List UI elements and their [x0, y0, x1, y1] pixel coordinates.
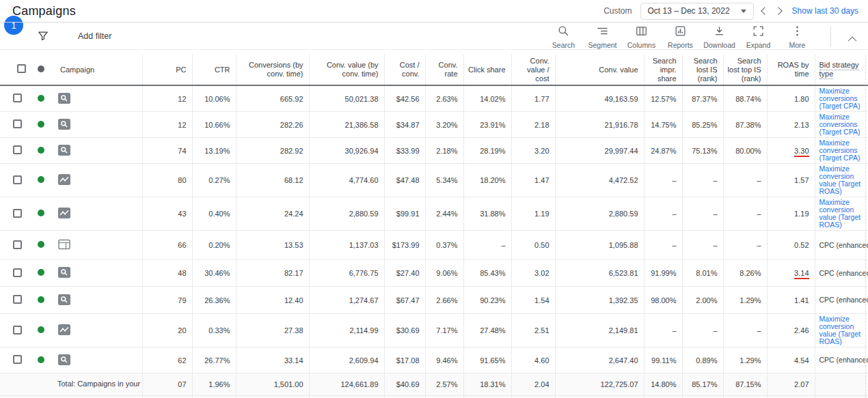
col-pc[interactable]: PC — [142, 55, 192, 85]
metric-cell: 23.91% — [463, 112, 511, 138]
status-cell[interactable] — [30, 85, 52, 112]
campaign-name-cell[interactable] — [77, 85, 142, 112]
bid-strategy-cell[interactable]: Maximize conversions (Target CPA) — [815, 85, 868, 112]
page-title: Campaigns — [0, 4, 76, 18]
bid-strategy-value[interactable]: Maximize conversions (Target CPA) — [819, 139, 860, 162]
tool-reports[interactable]: Reports — [661, 23, 700, 49]
bid-strategy-cell[interactable]: Maximize conversions (Target CPA) — [815, 112, 868, 138]
tool-search[interactable]: Search — [544, 23, 583, 49]
col-search-lost-top-is-rank[interactable]: Search lost top IS (rank) — [723, 55, 767, 85]
campaign-name-cell[interactable] — [77, 347, 142, 373]
metric-cell: 1,274.67 — [309, 287, 384, 314]
bid-strategy-value[interactable]: Maximize conversion value (Target ROAS) — [819, 198, 861, 229]
metric-cell: 31.88% — [463, 197, 511, 231]
tool-segment[interactable]: Segment — [583, 23, 622, 49]
campaign-name-cell[interactable] — [77, 197, 142, 231]
next-period-button[interactable] — [774, 7, 782, 14]
bid-strategy-value: CPC (enhanced) — [819, 241, 868, 249]
date-range-picker[interactable]: Oct 13 – Dec 13, 2022 — [640, 3, 754, 20]
row-checkbox[interactable] — [13, 326, 22, 335]
row-checkbox-cell — [0, 347, 30, 373]
col-search-lost-is-rank[interactable]: Search lost IS (rank) — [682, 55, 723, 85]
bid-strategy-cell[interactable]: Maximize conversion value (Target ROAS) — [815, 164, 868, 197]
col-cost-conv[interactable]: Cost / conv. — [384, 55, 425, 85]
metric-cell: 1,392.35 — [555, 287, 644, 314]
metric-cell: 2.18 — [511, 112, 555, 138]
campaign-name-cell[interactable] — [77, 231, 142, 260]
campaign-name-cell[interactable] — [77, 314, 142, 347]
campaign-name-cell[interactable] — [77, 138, 142, 164]
select-all-checkbox[interactable] — [17, 64, 26, 73]
metric-cell: 4,472.52 — [555, 164, 644, 197]
metric-cell: 29,997.44 — [555, 138, 644, 164]
campaign-name-cell[interactable] — [77, 260, 142, 287]
status-cell[interactable] — [30, 260, 52, 287]
tool-download[interactable]: Download — [700, 23, 739, 49]
status-cell[interactable] — [30, 164, 52, 197]
col-bid-strategy-type[interactable]: Bid strategy type — [815, 55, 868, 85]
metric-cell: – — [682, 197, 723, 231]
metric-cell: 9.06% — [425, 260, 463, 287]
status-cell[interactable] — [30, 231, 52, 260]
status-cell[interactable] — [30, 197, 52, 231]
status-cell[interactable] — [30, 138, 52, 164]
campaign-name-cell[interactable] — [77, 112, 142, 138]
bid-strategy-value[interactable]: Maximize conversion value (Target ROAS) — [819, 315, 861, 345]
chevron-up-icon — [847, 36, 856, 45]
bid-strategy-value[interactable]: Maximize conversions (Target CPA) — [819, 87, 860, 110]
row-checkbox[interactable] — [13, 355, 22, 364]
search-campaign-icon — [58, 298, 70, 307]
total-metric-cell: $40.69 — [384, 396, 425, 398]
status-cell[interactable] — [30, 287, 52, 314]
col-conv-value-cost[interactable]: Conv. value / cost — [511, 55, 555, 85]
col-conversions-by-conv-time[interactable]: Conversions (by conv. time) — [236, 55, 309, 85]
previous-period-button[interactable] — [761, 7, 768, 14]
col-roas-by-time[interactable]: ROAS by time — [767, 55, 815, 85]
bid-strategy-value[interactable]: Maximize conversions (Target CPA) — [819, 113, 860, 136]
metric-cell: – — [644, 314, 682, 347]
row-checkbox[interactable] — [13, 94, 22, 102]
toolbar-divider — [830, 27, 831, 47]
tool-label: More — [789, 41, 806, 49]
show-last-30-days-link[interactable]: Show last 30 days — [792, 6, 858, 16]
row-checkbox[interactable] — [13, 295, 22, 304]
col-conv-value[interactable]: Conv. value — [555, 55, 644, 85]
metric-cell: 1.29% — [723, 347, 767, 373]
row-checkbox[interactable] — [13, 240, 22, 249]
col-click-share[interactable]: Click share — [463, 55, 511, 85]
status-cell[interactable] — [30, 347, 52, 373]
col-search-impr-share[interactable]: Search impr. share — [644, 55, 682, 85]
bid-strategy-value[interactable]: Maximize conversion value (Target ROAS) — [819, 165, 861, 195]
status-cell[interactable] — [30, 314, 52, 347]
filter-icon[interactable] — [38, 31, 49, 42]
bid-strategy-cell[interactable]: Maximize conversion value (Target ROAS) — [815, 314, 868, 347]
metric-cell: 85.43% — [463, 260, 511, 287]
campaign-name-cell[interactable] — [77, 287, 142, 314]
row-checkbox[interactable] — [13, 268, 22, 277]
campaign-name-cell[interactable] — [77, 164, 142, 197]
tool-expand[interactable]: Expand — [739, 23, 778, 49]
bid-strategy-cell[interactable]: Maximize conversion value (Target ROAS) — [815, 197, 868, 231]
tool-label: Segment — [588, 41, 616, 49]
col-conv-value-by-conv-time[interactable]: Conv. value (by conv. time) — [309, 55, 384, 85]
row-checkbox[interactable] — [13, 209, 22, 218]
bid-strategy-cell[interactable]: Maximize conversions (Target CPA) — [815, 138, 868, 164]
campaign-type-cell — [52, 112, 77, 138]
metric-cell: 1.47 — [511, 164, 555, 197]
metric-cell: 27.38 — [236, 314, 309, 347]
header-row: Campaign PC CTR Conversions (by conv. ti… — [0, 55, 868, 85]
col-ctr[interactable]: CTR — [192, 55, 236, 85]
add-filter-button[interactable]: Add filter — [78, 31, 111, 41]
metric-cell: 90.23% — [463, 287, 511, 314]
tool-more[interactable]: More — [778, 23, 817, 49]
row-checkbox[interactable] — [13, 175, 22, 184]
status-cell[interactable] — [30, 112, 52, 138]
col-conv-rate[interactable]: Conv. rate — [425, 55, 463, 85]
row-checkbox[interactable] — [13, 145, 22, 154]
collapse-toolbar-button[interactable] — [838, 30, 868, 43]
metric-cell: 3.02 — [511, 260, 555, 287]
col-campaign[interactable]: Campaign — [52, 55, 142, 85]
row-checkbox[interactable] — [13, 119, 22, 128]
metric-cell: – — [723, 164, 767, 197]
tool-columns[interactable]: Columns — [622, 23, 661, 49]
